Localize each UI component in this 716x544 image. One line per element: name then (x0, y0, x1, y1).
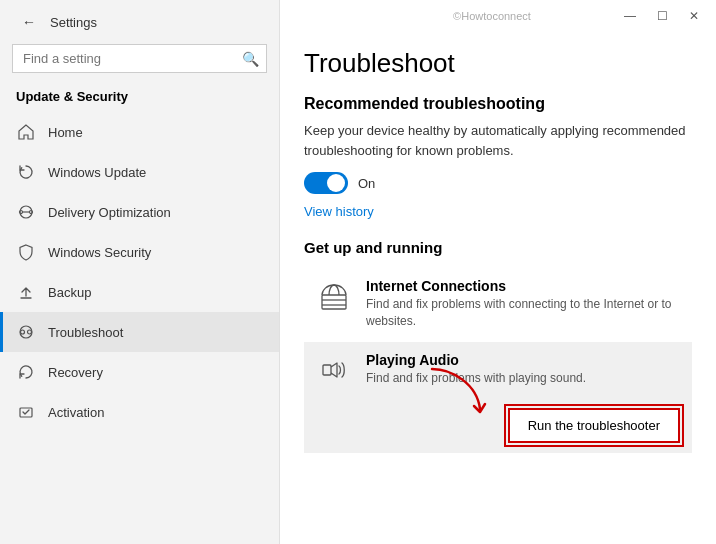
home-icon (16, 122, 36, 142)
toggle-label: On (358, 176, 375, 191)
sidebar-item-recovery[interactable]: Recovery (0, 352, 279, 392)
svg-point-1 (20, 211, 23, 214)
sidebar-item-windows-update[interactable]: Windows Update (0, 152, 279, 192)
left-panel: ← Settings 🔍 Update & Security Home Wind… (0, 0, 280, 544)
audio-title: Playing Audio (366, 352, 680, 368)
troubleshoot-icon (16, 322, 36, 342)
arrow-indicator (422, 364, 492, 419)
sidebar-item-troubleshoot[interactable]: Troubleshoot (0, 312, 279, 352)
sidebar-item-backup-label: Backup (48, 285, 91, 300)
sidebar-item-delivery-optimization[interactable]: Delivery Optimization (0, 192, 279, 232)
back-button[interactable]: ← (16, 12, 42, 32)
recommended-section: Recommended troubleshooting Keep your de… (304, 95, 692, 239)
internet-title: Internet Connections (366, 278, 680, 294)
activation-icon (16, 402, 36, 422)
recovery-icon (16, 362, 36, 382)
run-troubleshooter-button[interactable]: Run the troubleshooter (508, 408, 680, 443)
sidebar-item-windows-security[interactable]: Windows Security (0, 232, 279, 272)
sidebar-item-activation[interactable]: Activation (0, 392, 279, 432)
recommended-heading: Recommended troubleshooting (304, 95, 692, 113)
page-title: Troubleshoot (304, 48, 692, 79)
run-btn-wrap: Run the troubleshooter (316, 402, 680, 443)
sidebar-item-delivery-label: Delivery Optimization (48, 205, 171, 220)
trouble-item-internet[interactable]: Internet Connections Find and fix proble… (304, 268, 692, 340)
svg-point-2 (30, 211, 33, 214)
sidebar-item-troubleshoot-label: Troubleshoot (48, 325, 123, 340)
search-box: 🔍 (12, 44, 267, 73)
title-bar: ← Settings (0, 0, 279, 40)
toggle-knob (327, 174, 345, 192)
audio-icon (316, 352, 352, 388)
sidebar-item-home-label: Home (48, 125, 83, 140)
sidebar-item-backup[interactable]: Backup (0, 272, 279, 312)
search-icon: 🔍 (242, 51, 259, 67)
trouble-item-audio[interactable]: Playing Audio Find and fix problems with… (304, 342, 692, 453)
watermark: ©Howtoconnect (368, 10, 616, 22)
security-icon (16, 242, 36, 262)
update-icon (16, 162, 36, 182)
view-history-link[interactable]: View history (304, 204, 374, 219)
svg-rect-7 (322, 295, 346, 309)
internet-text: Internet Connections Find and fix proble… (366, 278, 680, 330)
sidebar-item-security-label: Windows Security (48, 245, 151, 260)
window-title: Settings (50, 15, 97, 30)
audio-text: Playing Audio Find and fix problems with… (366, 352, 680, 387)
delivery-icon (16, 202, 36, 222)
svg-point-4 (21, 330, 25, 334)
section-label: Update & Security (0, 85, 279, 112)
sidebar-item-windows-update-label: Windows Update (48, 165, 146, 180)
svg-point-3 (20, 326, 32, 338)
right-content: Troubleshoot Recommended troubleshooting… (280, 32, 716, 544)
recommended-toggle[interactable] (304, 172, 348, 194)
sidebar-item-home[interactable]: Home (0, 112, 279, 152)
svg-point-5 (28, 330, 32, 334)
minimize-button[interactable]: — (616, 4, 644, 28)
internet-desc: Find and fix problems with connecting to… (366, 296, 680, 330)
backup-icon (16, 282, 36, 302)
search-input[interactable] (12, 44, 267, 73)
recommended-desc: Keep your device healthy by automaticall… (304, 121, 692, 160)
internet-icon (316, 278, 352, 314)
get-up-running-section: Get up and running Internet Connect (304, 239, 692, 453)
sidebar-item-activation-label: Activation (48, 405, 104, 420)
audio-main: Playing Audio Find and fix problems with… (316, 352, 680, 388)
toggle-row: On (304, 172, 692, 194)
window-controls: — ☐ ✕ (616, 4, 708, 28)
right-title-bar: ©Howtoconnect — ☐ ✕ (280, 0, 716, 32)
right-panel: ©Howtoconnect — ☐ ✕ Troubleshoot Recomme… (280, 0, 716, 544)
svg-rect-10 (323, 365, 331, 375)
running-heading: Get up and running (304, 239, 692, 256)
maximize-button[interactable]: ☐ (648, 4, 676, 28)
audio-desc: Find and fix problems with playing sound… (366, 370, 680, 387)
sidebar-item-recovery-label: Recovery (48, 365, 103, 380)
close-button[interactable]: ✕ (680, 4, 708, 28)
